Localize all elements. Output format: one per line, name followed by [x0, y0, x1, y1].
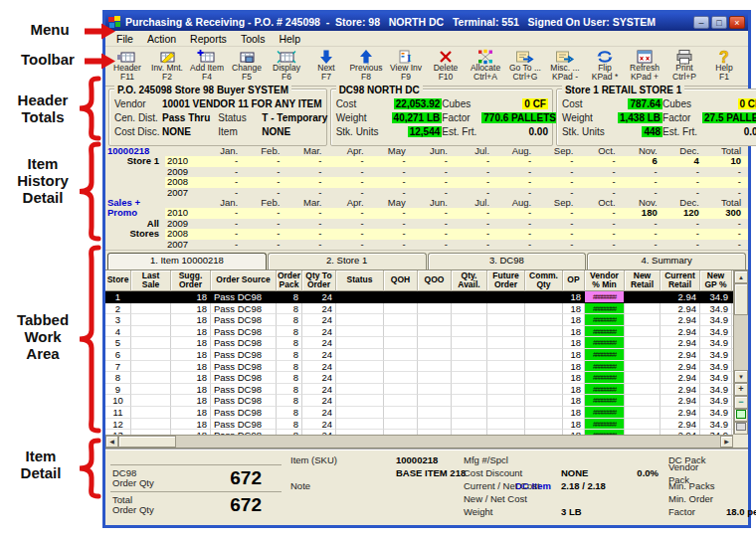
column-header-future-order[interactable]: Future Order: [487, 270, 525, 291]
zoom-in-button[interactable]: +: [734, 383, 748, 396]
grid-body: 118Pass DC9882418########2.9434.9218Pass…: [105, 291, 733, 435]
toolbar-refresh-button[interactable]: RefreshKPad +: [625, 48, 664, 85]
field-stk-units: Stk. Units448: [562, 126, 662, 137]
horizontal-scrollbar[interactable]: ◀ ▶: [105, 435, 733, 448]
export-button[interactable]: [734, 422, 748, 435]
grid-row-store-5[interactable]: 518Pass DC9882418########2.9434.9: [105, 337, 733, 349]
vertical-scroll-thumb[interactable]: [734, 283, 748, 315]
column-header-order-source[interactable]: Order Source: [211, 270, 277, 291]
grid-row-store-8[interactable]: 818Pass DC9882418########2.9434.9: [105, 372, 733, 384]
toolbar-go-to-button[interactable]: Go To ...Ctrl+G: [505, 48, 545, 85]
horizontal-scroll-thumb[interactable]: [118, 436, 176, 448]
grid-row-store-10[interactable]: 1018Pass DC9882418########2.9434.9: [105, 395, 733, 407]
toolbar-delete-button[interactable]: DeleteF10: [426, 48, 466, 85]
column-header-store[interactable]: Store: [105, 270, 131, 291]
field-weight: Weight40,271 LB: [336, 112, 443, 123]
toolbar-inv-mnt-button[interactable]: Inv. Mnt.F2: [147, 48, 187, 85]
column-header-current-retail[interactable]: Current Retail: [661, 270, 700, 291]
grid-row-store-3[interactable]: 318Pass DC9882418########2.9434.9: [105, 314, 733, 326]
menu-help[interactable]: Help: [272, 33, 307, 45]
toolbar-change-button[interactable]: ChangeF5: [227, 48, 267, 85]
work-area-grid: StoreLast SaleSugg. OrderOrder SourceOrd…: [105, 270, 748, 449]
tab-2-store-1[interactable]: 2. Store 1: [268, 253, 427, 270]
toolbar-flip-button[interactable]: FlipKPad *: [585, 48, 625, 85]
detail-field-mfg-spcl: Mfg #/Spcl: [464, 453, 659, 466]
close-button[interactable]: ×: [729, 16, 745, 29]
grid-row-store-6[interactable]: 618Pass DC9882418########2.9434.9: [105, 349, 733, 361]
zoom-out-button[interactable]: −: [734, 396, 748, 409]
column-header-qoo[interactable]: QOO: [418, 270, 452, 291]
add-item-icon: [197, 49, 217, 64]
grid-header-row: StoreLast SaleSugg. OrderOrder SourceOrd…: [105, 270, 733, 291]
minimize-button[interactable]: –: [693, 16, 709, 29]
help-icon: ?: [714, 49, 734, 64]
maximize-button[interactable]: □: [711, 16, 727, 29]
column-header-sugg-order[interactable]: Sugg. Order: [171, 270, 211, 291]
toolbar-add-item-button[interactable]: Add ItemF4: [187, 48, 227, 85]
column-header-qty-avail[interactable]: Qty. Avail.: [452, 270, 487, 291]
grid-row-store-1[interactable]: 118Pass DC9882418########2.9434.9: [105, 291, 733, 303]
field-cost-disc: Cost Disc.NONE: [114, 126, 218, 137]
previous-icon: [356, 49, 376, 64]
grid-row-store-11[interactable]: 1118Pass DC9882418########2.9434.9: [105, 407, 733, 419]
field-vendor: Vendor10001 VENDOR 11 FOR ANY ITEM: [114, 98, 322, 109]
scroll-right-button[interactable]: ▶: [720, 436, 733, 448]
total-order-qty-value: 672: [230, 494, 262, 516]
column-header-op[interactable]: OP: [563, 270, 585, 291]
go-to-icon: [515, 49, 535, 64]
tab-4-summary[interactable]: 4. Summary: [587, 253, 746, 270]
annotation-label-header-totals: HeaderTotals: [6, 91, 80, 125]
detail-field-min-order: Min. Order8: [668, 492, 752, 505]
column-header-status[interactable]: Status: [336, 270, 384, 291]
scroll-down-button[interactable]: ▼: [734, 370, 748, 383]
column-header-qty-to-order[interactable]: Qty To Order: [302, 270, 336, 291]
toolbar-help-button[interactable]: ?HelpF1: [704, 48, 744, 85]
toolbar-next-button[interactable]: NextF7: [306, 48, 346, 85]
header-icon: [117, 49, 137, 64]
toolbar-shortcut: Ctrl+A: [473, 73, 497, 82]
grid-row-store-4[interactable]: 418Pass DC9882418########2.9434.9: [105, 326, 733, 338]
toolbar-allocate-button[interactable]: AllocateCtrl+A: [466, 48, 505, 85]
column-header-last-sale[interactable]: Last Sale: [131, 270, 171, 291]
toolbar-display-button[interactable]: DisplayF6: [267, 48, 306, 85]
vertical-scroll-track[interactable]: [734, 315, 748, 370]
vertical-scrollbar[interactable]: ▲ ▼ + −: [733, 270, 748, 435]
toolbar-view-inv-button[interactable]: IView InvF9: [386, 48, 426, 85]
column-header-order-pack[interactable]: Order Pack: [277, 270, 302, 291]
column-header-new-gp[interactable]: New GP %: [700, 270, 732, 291]
annotation-label-item-history-detail: ItemHistoryDetail: [6, 155, 80, 206]
annotation-label-menu: Menu: [14, 21, 86, 38]
toolbar-print-button[interactable]: PrintCtrl+P: [664, 48, 704, 85]
history-row-2007: 2007-------------: [165, 188, 748, 198]
column-header-qoh[interactable]: QOH: [384, 270, 418, 291]
menu-tools[interactable]: Tools: [234, 33, 273, 45]
grid-row-store-7[interactable]: 718Pass DC9882418########2.9434.9: [105, 361, 733, 373]
toolbar-previous-button[interactable]: PreviousF8: [346, 48, 386, 85]
detail-field-cost-discount: Cost DiscountNONE0.0%: [464, 466, 659, 479]
toolbar-misc-button[interactable]: Misc. ...KPad -: [545, 48, 585, 85]
grid-options-button[interactable]: [734, 409, 748, 422]
tab-1-item-10000218[interactable]: 1. Item 10000218: [107, 253, 267, 270]
detail-field-vendor-pack: Vendor Pack8: [668, 466, 752, 479]
horizontal-scroll-track[interactable]: [176, 436, 720, 448]
dc-order-qty: DC98Order Qty672: [110, 464, 282, 491]
field-cen-dist: Cen. Dist.Pass Thru: [114, 112, 218, 123]
field-cost: Cost22,053.92: [336, 98, 443, 109]
grid-row-store-2[interactable]: 218Pass DC9882418########2.9434.9: [105, 303, 733, 315]
grid-row-store-9[interactable]: 918Pass DC9882418########2.9434.9: [105, 384, 733, 396]
scroll-left-button[interactable]: ◀: [105, 436, 118, 448]
menu-reports[interactable]: Reports: [183, 33, 234, 45]
toolbar-shortcut: F4: [202, 73, 212, 82]
column-header-vendor-min[interactable]: Vendor % Min: [585, 270, 625, 291]
dc-group-title: DC98 NORTH DC: [336, 85, 423, 95]
scroll-up-button[interactable]: ▲: [734, 270, 748, 283]
column-header-new-retail[interactable]: New Retail: [625, 270, 661, 291]
menu-action[interactable]: Action: [140, 33, 183, 45]
field-cost: Cost787.64: [562, 98, 662, 109]
header-totals: P.O. 245098 Store 98 Buyer SYSTEMVendor1…: [105, 87, 748, 146]
grid-row-store-12[interactable]: 1218Pass DC9882418########2.9434.9: [105, 419, 733, 431]
annotation-brace-item-detail: [76, 438, 103, 503]
title-bar: Purchasing & Receiving - P.O. # 245098 -…: [105, 13, 748, 31]
column-header-comm-qty[interactable]: Comm. Qty: [525, 270, 563, 291]
tab-3-dc98[interactable]: 3. DC98: [428, 253, 587, 270]
